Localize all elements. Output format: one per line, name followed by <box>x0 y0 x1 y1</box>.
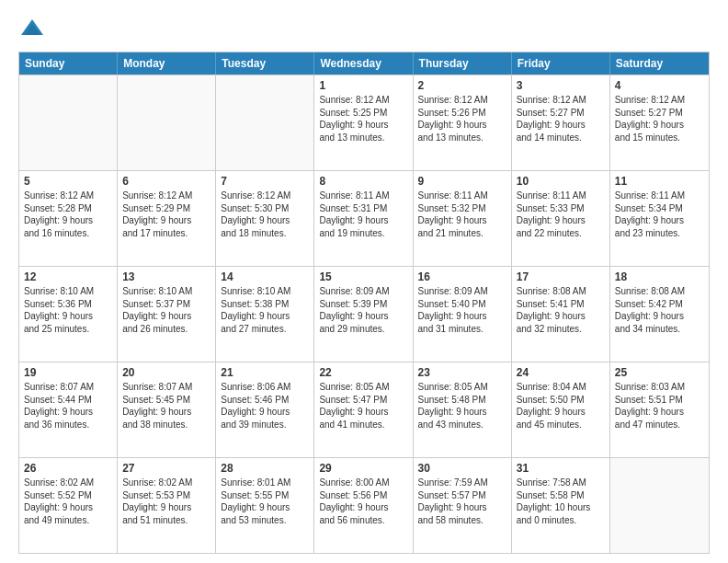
calendar-cell: 2Sunrise: 8:12 AMSunset: 5:26 PMDaylight… <box>414 75 512 170</box>
day-number: 1 <box>319 79 407 92</box>
day-info: Sunrise: 7:59 AMSunset: 5:57 PMDaylight:… <box>418 477 506 526</box>
weekday-header: Thursday <box>414 52 512 75</box>
day-info: Sunrise: 8:11 AMSunset: 5:34 PMDaylight:… <box>615 190 704 239</box>
calendar-cell <box>118 75 216 170</box>
day-number: 11 <box>615 175 704 188</box>
day-info: Sunrise: 8:04 AMSunset: 5:50 PMDaylight:… <box>517 381 605 431</box>
day-info: Sunrise: 8:11 AMSunset: 5:32 PMDaylight:… <box>418 190 506 239</box>
calendar-cell: 20Sunrise: 8:07 AMSunset: 5:45 PMDayligh… <box>118 362 216 457</box>
calendar-row: 19Sunrise: 8:07 AMSunset: 5:44 PMDayligh… <box>19 362 709 457</box>
day-info: Sunrise: 8:00 AMSunset: 5:56 PMDaylight:… <box>319 477 407 526</box>
calendar-cell: 10Sunrise: 8:11 AMSunset: 5:33 PMDayligh… <box>512 171 610 266</box>
day-info: Sunrise: 8:12 AMSunset: 5:30 PMDaylight:… <box>221 190 309 239</box>
calendar-cell: 18Sunrise: 8:08 AMSunset: 5:42 PMDayligh… <box>610 267 709 362</box>
calendar-cell: 15Sunrise: 8:09 AMSunset: 5:39 PMDayligh… <box>314 267 413 362</box>
day-info: Sunrise: 8:12 AMSunset: 5:25 PMDaylight:… <box>319 94 407 144</box>
day-info: Sunrise: 8:12 AMSunset: 5:29 PMDaylight:… <box>122 190 210 239</box>
day-number: 23 <box>418 366 506 379</box>
calendar-body: 1Sunrise: 8:12 AMSunset: 5:25 PMDaylight… <box>19 75 709 553</box>
day-number: 5 <box>24 175 112 188</box>
day-number: 20 <box>122 366 210 379</box>
day-info: Sunrise: 8:10 AMSunset: 5:37 PMDaylight:… <box>122 285 210 335</box>
day-info: Sunrise: 8:12 AMSunset: 5:27 PMDaylight:… <box>517 94 605 144</box>
day-info: Sunrise: 8:03 AMSunset: 5:51 PMDaylight:… <box>615 381 704 431</box>
day-info: Sunrise: 8:06 AMSunset: 5:46 PMDaylight:… <box>221 381 309 431</box>
calendar-cell: 8Sunrise: 8:11 AMSunset: 5:31 PMDaylight… <box>314 171 413 266</box>
day-info: Sunrise: 8:10 AMSunset: 5:38 PMDaylight:… <box>221 285 309 335</box>
calendar-cell: 12Sunrise: 8:10 AMSunset: 5:36 PMDayligh… <box>19 267 118 362</box>
day-number: 16 <box>418 270 506 283</box>
weekday-header: Wednesday <box>314 52 413 75</box>
weekday-header: Friday <box>512 52 610 75</box>
day-number: 19 <box>24 366 112 379</box>
day-number: 26 <box>24 462 112 475</box>
calendar-cell: 21Sunrise: 8:06 AMSunset: 5:46 PMDayligh… <box>216 362 314 457</box>
calendar-cell: 1Sunrise: 8:12 AMSunset: 5:25 PMDaylight… <box>314 75 413 170</box>
day-number: 21 <box>221 366 309 379</box>
day-number: 3 <box>517 79 605 92</box>
day-number: 13 <box>122 270 210 283</box>
day-info: Sunrise: 8:12 AMSunset: 5:26 PMDaylight:… <box>418 94 506 144</box>
calendar-cell <box>216 75 314 170</box>
calendar-cell: 17Sunrise: 8:08 AMSunset: 5:41 PMDayligh… <box>512 267 610 362</box>
day-number: 10 <box>517 175 605 188</box>
day-info: Sunrise: 8:02 AMSunset: 5:52 PMDaylight:… <box>24 477 112 526</box>
calendar-cell: 4Sunrise: 8:12 AMSunset: 5:27 PMDaylight… <box>610 75 709 170</box>
day-info: Sunrise: 8:09 AMSunset: 5:39 PMDaylight:… <box>319 285 407 335</box>
weekday-header: Sunday <box>19 52 118 75</box>
calendar-cell: 11Sunrise: 8:11 AMSunset: 5:34 PMDayligh… <box>610 171 709 266</box>
calendar-cell: 25Sunrise: 8:03 AMSunset: 5:51 PMDayligh… <box>610 362 709 457</box>
calendar-cell: 6Sunrise: 8:12 AMSunset: 5:29 PMDaylight… <box>118 171 216 266</box>
weekday-header: Saturday <box>610 52 709 75</box>
calendar-row: 5Sunrise: 8:12 AMSunset: 5:28 PMDaylight… <box>19 170 709 266</box>
page: SundayMondayTuesdayWednesdayThursdayFrid… <box>0 0 728 563</box>
day-number: 12 <box>24 270 112 283</box>
day-info: Sunrise: 8:11 AMSunset: 5:33 PMDaylight:… <box>517 190 605 239</box>
day-info: Sunrise: 7:58 AMSunset: 5:58 PMDaylight:… <box>517 477 605 526</box>
calendar-cell: 5Sunrise: 8:12 AMSunset: 5:28 PMDaylight… <box>19 171 118 266</box>
calendar-cell: 22Sunrise: 8:05 AMSunset: 5:47 PMDayligh… <box>314 362 413 457</box>
calendar-cell: 7Sunrise: 8:12 AMSunset: 5:30 PMDaylight… <box>216 171 314 266</box>
day-number: 2 <box>418 79 506 92</box>
day-number: 8 <box>319 175 407 188</box>
calendar-cell: 9Sunrise: 8:11 AMSunset: 5:32 PMDaylight… <box>414 171 512 266</box>
calendar-cell: 24Sunrise: 8:04 AMSunset: 5:50 PMDayligh… <box>512 362 610 457</box>
logo <box>18 17 50 44</box>
calendar-cell: 29Sunrise: 8:00 AMSunset: 5:56 PMDayligh… <box>314 458 413 553</box>
day-info: Sunrise: 8:05 AMSunset: 5:48 PMDaylight:… <box>418 381 506 431</box>
calendar-cell <box>19 75 118 170</box>
day-number: 7 <box>221 175 309 188</box>
calendar-cell: 19Sunrise: 8:07 AMSunset: 5:44 PMDayligh… <box>19 362 118 457</box>
calendar-row: 12Sunrise: 8:10 AMSunset: 5:36 PMDayligh… <box>19 266 709 362</box>
calendar-header: SundayMondayTuesdayWednesdayThursdayFrid… <box>19 52 709 75</box>
day-info: Sunrise: 8:07 AMSunset: 5:44 PMDaylight:… <box>24 381 112 431</box>
day-number: 24 <box>517 366 605 379</box>
weekday-header: Monday <box>118 52 216 75</box>
day-number: 27 <box>122 462 210 475</box>
day-number: 29 <box>319 462 407 475</box>
calendar-cell: 28Sunrise: 8:01 AMSunset: 5:55 PMDayligh… <box>216 458 314 553</box>
day-info: Sunrise: 8:10 AMSunset: 5:36 PMDaylight:… <box>24 285 112 335</box>
day-number: 6 <box>122 175 210 188</box>
logo-icon <box>18 17 46 44</box>
day-number: 14 <box>221 270 309 283</box>
calendar-cell <box>610 458 709 553</box>
calendar-cell: 16Sunrise: 8:09 AMSunset: 5:40 PMDayligh… <box>414 267 512 362</box>
calendar-cell: 14Sunrise: 8:10 AMSunset: 5:38 PMDayligh… <box>216 267 314 362</box>
day-number: 18 <box>615 270 704 283</box>
day-info: Sunrise: 8:11 AMSunset: 5:31 PMDaylight:… <box>319 190 407 239</box>
day-info: Sunrise: 8:07 AMSunset: 5:45 PMDaylight:… <box>122 381 210 431</box>
day-info: Sunrise: 8:12 AMSunset: 5:28 PMDaylight:… <box>24 190 112 239</box>
calendar-row: 1Sunrise: 8:12 AMSunset: 5:25 PMDaylight… <box>19 75 709 170</box>
day-info: Sunrise: 8:08 AMSunset: 5:41 PMDaylight:… <box>517 285 605 335</box>
day-number: 22 <box>319 366 407 379</box>
calendar-cell: 13Sunrise: 8:10 AMSunset: 5:37 PMDayligh… <box>118 267 216 362</box>
day-info: Sunrise: 8:12 AMSunset: 5:27 PMDaylight:… <box>615 94 704 144</box>
calendar-cell: 30Sunrise: 7:59 AMSunset: 5:57 PMDayligh… <box>414 458 512 553</box>
calendar-cell: 31Sunrise: 7:58 AMSunset: 5:58 PMDayligh… <box>512 458 610 553</box>
calendar-cell: 26Sunrise: 8:02 AMSunset: 5:52 PMDayligh… <box>19 458 118 553</box>
day-info: Sunrise: 8:08 AMSunset: 5:42 PMDaylight:… <box>615 285 704 335</box>
day-number: 25 <box>615 366 704 379</box>
day-number: 9 <box>418 175 506 188</box>
day-number: 15 <box>319 270 407 283</box>
